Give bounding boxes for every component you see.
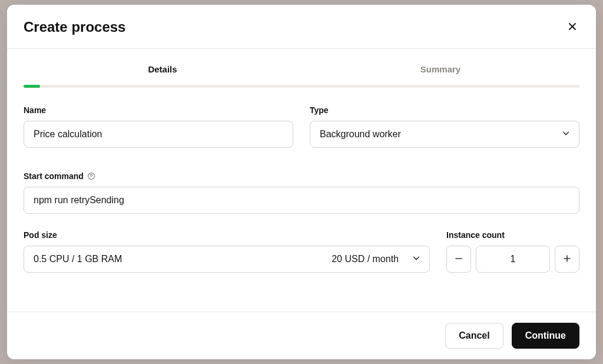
start-command-label: Start command (24, 171, 579, 181)
name-input[interactable] (24, 121, 293, 148)
instance-count-input[interactable] (476, 246, 550, 273)
field-start-command: Start command (24, 171, 579, 214)
svg-point-3 (91, 177, 91, 178)
instance-count-stepper (446, 246, 579, 273)
field-type: Type Background worker (310, 105, 579, 148)
increment-button[interactable] (555, 246, 579, 273)
row-name-type: Name Type Background worker (24, 105, 579, 148)
pod-size-select-wrap: 0.5 CPU / 1 GB RAM 20 USD / month (24, 246, 430, 273)
progress-track (24, 85, 579, 88)
pod-size-price: 20 USD / month (332, 254, 399, 264)
plus-icon (562, 253, 572, 266)
tab-details[interactable]: Details (24, 49, 302, 85)
decrement-button[interactable] (446, 246, 471, 273)
progress-fill (24, 85, 40, 88)
close-button[interactable] (565, 20, 579, 34)
type-select[interactable]: Background worker (310, 121, 579, 148)
pod-size-label: Pod size (24, 230, 430, 240)
field-pod-size: Pod size 0.5 CPU / 1 GB RAM 20 USD / mon… (24, 230, 430, 273)
tabs-section: Details Summary (7, 49, 596, 88)
cancel-button[interactable]: Cancel (445, 323, 503, 349)
field-instance-count: Instance count (446, 230, 579, 273)
start-command-input[interactable] (24, 187, 579, 214)
continue-button[interactable]: Continue (512, 323, 579, 349)
tab-summary[interactable]: Summary (302, 49, 579, 85)
row-pod-instance: Pod size 0.5 CPU / 1 GB RAM 20 USD / mon… (24, 230, 579, 273)
close-icon (568, 22, 577, 33)
minus-icon (454, 253, 463, 266)
modal-footer: Cancel Continue (7, 312, 596, 359)
modal-title: Create process (24, 19, 125, 35)
modal-header: Create process (7, 5, 596, 49)
instance-count-label: Instance count (446, 230, 579, 240)
help-icon[interactable] (87, 172, 95, 180)
form-body: Name Type Background worker (7, 88, 596, 312)
type-label: Type (310, 105, 579, 115)
start-command-label-text: Start command (24, 171, 84, 181)
tabs: Details Summary (24, 49, 579, 85)
pod-size-value: 0.5 CPU / 1 GB RAM (34, 254, 122, 264)
type-value: Background worker (320, 129, 401, 140)
spacer (24, 148, 579, 171)
name-label: Name (24, 105, 293, 115)
pod-size-select[interactable]: 0.5 CPU / 1 GB RAM 20 USD / month (24, 246, 430, 273)
type-select-wrap: Background worker (310, 121, 579, 148)
field-name: Name (24, 105, 293, 148)
create-process-modal: Create process Details Summary Name (7, 5, 596, 359)
